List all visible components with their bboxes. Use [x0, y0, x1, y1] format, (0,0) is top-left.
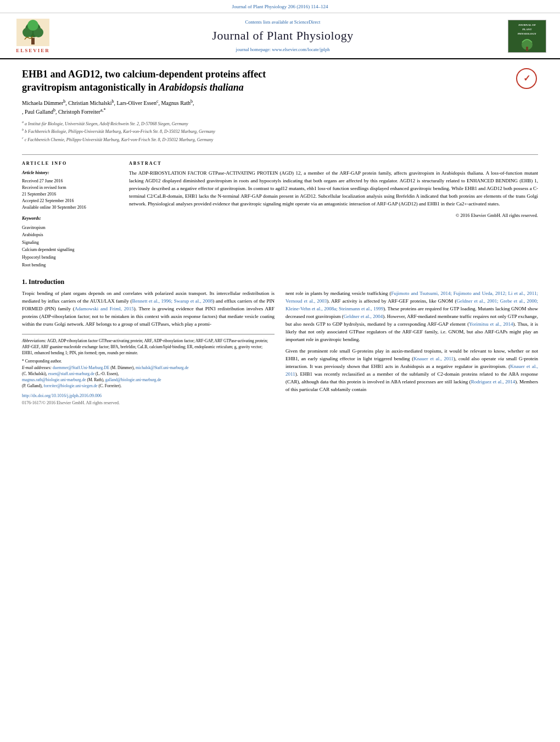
intro-para-right-2: Given the prominent role small G-protein… — [285, 348, 538, 394]
keyword-3: Signaling — [22, 239, 118, 247]
copyright-line: © 2016 Elsevier GmbH. All rights reserve… — [129, 213, 538, 219]
footnote-section: Abbreviations: AGD, ADP-ribosylation fac… — [22, 334, 275, 406]
svg-rect-11 — [526, 47, 528, 51]
affiliations: a a Institut für Biologie, Universität S… — [22, 120, 511, 143]
authors-line: Michaela Dümmerb, Christian Michalskib, … — [22, 98, 511, 116]
homepage-link[interactable]: www.elsevier.com/locate/jplph — [272, 47, 329, 52]
top-journal-bar: Journal of Plant Physiology 206 (2016) 1… — [0, 0, 560, 13]
divider-1 — [22, 154, 538, 155]
journal-center: Contents lists available at ScienceDirec… — [60, 19, 505, 54]
issn-line: 0176-1617/© 2016 Elsevier GmbH. All righ… — [22, 400, 275, 406]
abbreviations-footnote: Abbreviations: AGD, ADP-ribosylation fac… — [22, 338, 275, 356]
affiliation-c: c c Fachbereich Chemie, Philipps-Univers… — [22, 136, 511, 143]
article-info-abstract-section: ARTICLE INFO Article history: Received 2… — [22, 160, 538, 269]
svg-text:JOURNAL OF: JOURNAL OF — [518, 24, 536, 26]
received-revised-date: 21 September 2016 — [22, 191, 118, 198]
abstract-text: The ADP-RIBOSYLATION FACTOR GTPase-ACTIV… — [129, 170, 538, 208]
journal-title: Journal of Plant Physiology — [60, 27, 505, 44]
article-title: EHB1 and AGD12, two calcium-dependent pr… — [22, 68, 511, 94]
email-addresses: E-mail addresses: duemmer@Staff.Uni-Marb… — [22, 365, 275, 389]
jpp-logo: JOURNAL OF PLANT PHYSIOLOGY — [505, 20, 549, 53]
intro-para-1: Tropic bending of plant organs depends o… — [22, 290, 275, 328]
jpp-logo-box: JOURNAL OF PLANT PHYSIOLOGY — [508, 20, 546, 53]
history-label: Article history: — [22, 170, 118, 176]
intro-para-right-1: nent role in plants by mediating vesicle… — [285, 290, 538, 344]
received-date: Received 27 June 2016 — [22, 178, 118, 185]
crossmark-badge: ✓ — [516, 68, 538, 90]
intro-two-col: Tropic bending of plant organs depends o… — [22, 290, 538, 406]
jpp-logo-image: JOURNAL OF PLANT PHYSIOLOGY — [508, 20, 546, 52]
journal-header: ELSEVIER Contents lists available at Sci… — [0, 13, 560, 60]
intro-heading: 1. Introduction — [22, 277, 538, 287]
page: Journal of Plant Physiology 206 (2016) 1… — [0, 0, 560, 742]
elsevier-logo: ELSEVIER — [11, 19, 55, 54]
sciencedirect-link[interactable]: ScienceDirect — [294, 19, 321, 25]
affiliation-a: a a Institut für Biologie, Universität S… — [22, 120, 511, 127]
available-online: Available online 30 September 2016 — [22, 204, 118, 211]
main-content: 1. Introduction Tropic bending of plant … — [22, 277, 538, 406]
keyword-5: Hypocotyl bending — [22, 254, 118, 261]
contents-available-line: Contents lists available at ScienceDirec… — [60, 19, 505, 26]
keywords-list: Gravitropism Arabidopsis Signaling Calci… — [22, 224, 118, 269]
article-info-column: ARTICLE INFO Article history: Received 2… — [22, 160, 118, 269]
svg-rect-1 — [31, 38, 35, 44]
intro-left-col: Tropic bending of plant organs depends o… — [22, 290, 275, 406]
article-body: EHB1 and AGD12, two calcium-dependent pr… — [0, 59, 560, 417]
keywords-label: Keywords: — [22, 215, 118, 221]
abstract-heading: ABSTRACT — [129, 160, 538, 166]
elsevier-tree-icon — [16, 19, 49, 46]
abstract-column: ABSTRACT The ADP-RIBOSYLATION FACTOR GTP… — [129, 160, 538, 269]
keyword-1: Gravitropism — [22, 224, 118, 232]
article-title-text: EHB1 and AGD12, two calcium-dependent pr… — [22, 68, 511, 149]
journal-homepage-line: journal homepage: www.elsevier.com/locat… — [60, 47, 505, 53]
affiliation-b: b b Fachbereich Biologie, Philipps-Unive… — [22, 127, 511, 135]
keyword-6: Root bending — [22, 261, 118, 269]
keyword-4: Calcium dependent signalling — [22, 246, 118, 254]
svg-text:PHYSIOLOGY: PHYSIOLOGY — [518, 32, 536, 35]
corresponding-author-note: * Corresponding author. — [22, 358, 275, 364]
accepted-date: Accepted 22 September 2016 — [22, 198, 118, 204]
svg-point-5 — [27, 20, 38, 31]
crossmark-icon: ✓ — [516, 68, 537, 89]
received-revised-label: Received in revised form — [22, 185, 118, 191]
doi-line[interactable]: http://dx.doi.org/10.1016/j.jplph.2016.0… — [22, 393, 275, 399]
svg-text:PLANT: PLANT — [523, 28, 533, 31]
intro-right-col: nent role in plants by mediating vesicle… — [285, 290, 538, 406]
article-title-section: EHB1 and AGD12, two calcium-dependent pr… — [22, 68, 538, 149]
elsevier-label: ELSEVIER — [16, 47, 50, 54]
article-info-heading: ARTICLE INFO — [22, 160, 118, 166]
keyword-2: Arabidopsis — [22, 231, 118, 239]
journal-reference: Journal of Plant Physiology 206 (2016) 1… — [232, 4, 328, 9]
